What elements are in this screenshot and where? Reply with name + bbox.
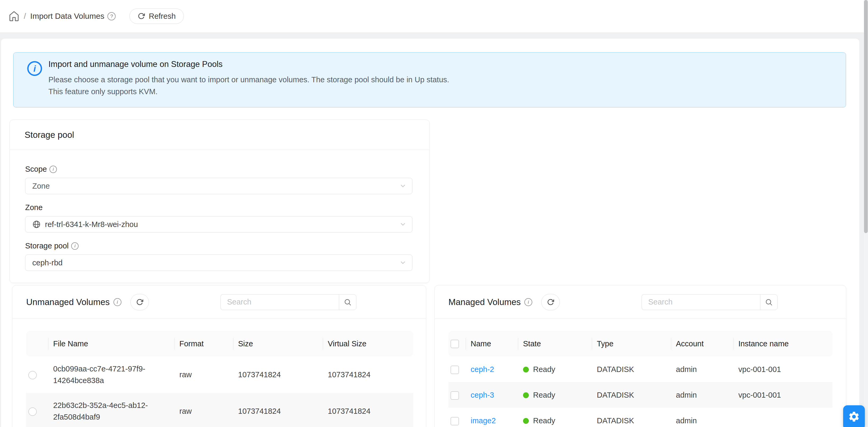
virtual-size-cell: 1073741824: [323, 393, 413, 427]
info-circle-icon[interactable]: i: [71, 242, 79, 250]
home-icon[interactable]: [8, 10, 20, 22]
alert-title: Import and unmanage volume on Storage Po…: [49, 60, 846, 69]
checkbox-select-row[interactable]: [451, 417, 459, 425]
question-circle-icon[interactable]: ?: [107, 12, 116, 20]
column-header-state: State: [518, 331, 592, 356]
file-name-cell: 0cb099aa-cc7e-4721-97f9-14264bce838a: [53, 363, 169, 386]
pool-select[interactable]: ceph-rbd: [25, 254, 412, 271]
unmanaged-volumes-header: Unmanaged Volumes i: [12, 285, 426, 319]
radio-select-volume[interactable]: [28, 407, 37, 416]
managed-search: [642, 294, 777, 310]
alert-description-line2: This feature only supports KVM.: [49, 86, 846, 98]
status-dot-icon: [523, 392, 529, 398]
pool-label: Storage pool i: [25, 242, 414, 250]
checkbox-select-all[interactable]: [451, 340, 459, 348]
scope-label: Scope i: [25, 165, 414, 174]
chevron-down-icon: [400, 183, 406, 189]
size-cell: 1073741824: [233, 393, 323, 427]
size-cell: 1073741824: [233, 356, 323, 393]
search-icon: [344, 298, 351, 306]
storage-pool-card-title: Storage pool: [25, 130, 74, 140]
managed-volumes-title: Managed Volumes: [448, 297, 521, 307]
type-cell: DATADISK: [592, 382, 671, 408]
info-circle-icon[interactable]: i: [50, 165, 57, 173]
status-dot-icon: [523, 418, 529, 424]
managed-search-button[interactable]: [760, 294, 777, 310]
unmanaged-table-header-row: File Name Format Size Virtual Size: [26, 331, 413, 356]
file-name-cell: 22b63c2b-352a-4ec5-ab12-2fa508d4baf9: [53, 399, 169, 423]
unmanaged-search: [220, 294, 356, 310]
zone-select[interactable]: ref-trl-6341-k-Mr8-wei-zhou: [25, 216, 412, 233]
storage-pool-card: Storage pool Scope i Zone Zone: [9, 120, 430, 283]
volume-name-link[interactable]: ceph-2: [471, 365, 494, 373]
breadcrumb-separator: /: [24, 12, 26, 21]
unmanaged-search-button[interactable]: [339, 294, 356, 310]
chevron-down-icon: [400, 221, 406, 228]
volume-name-link[interactable]: image2: [471, 417, 496, 425]
info-circle-icon[interactable]: i: [524, 298, 532, 306]
instance-name-cell: vpc-001-001: [734, 382, 833, 408]
refresh-button[interactable]: Refresh: [129, 8, 184, 24]
scope-select-value: Zone: [32, 182, 50, 190]
scrollbar-thumb[interactable]: [864, 0, 868, 233]
column-header-type: Type: [592, 331, 671, 356]
format-cell: raw: [175, 393, 233, 427]
table-row: 0cb099aa-cc7e-4721-97f9-14264bce838a raw…: [26, 356, 413, 393]
column-header-format: Format: [175, 331, 233, 356]
table-row: ceph-2 Ready DATADISK admin vpc-001-001: [448, 356, 833, 382]
zone-label: Zone: [25, 203, 414, 212]
instance-name-cell: [734, 408, 833, 427]
search-icon: [765, 298, 773, 306]
account-cell: admin: [671, 356, 734, 382]
globe-icon: [32, 220, 41, 228]
type-cell: DATADISK: [592, 408, 671, 427]
checkbox-column-header: [448, 331, 466, 356]
breadcrumb: Import Data Volumes: [30, 12, 104, 21]
reload-icon: [136, 298, 144, 306]
reload-icon: [547, 298, 554, 306]
table-row: 22b63c2b-352a-4ec5-ab12-2fa508d4baf9 raw…: [26, 393, 413, 427]
volume-name-link[interactable]: ceph-3: [471, 391, 494, 399]
state-cell: Ready: [533, 391, 555, 399]
settings-fab-button[interactable]: [843, 405, 865, 427]
pool-select-value: ceph-rbd: [32, 258, 62, 267]
status-dot-icon: [523, 367, 529, 372]
storage-pool-card-header: Storage pool: [10, 120, 429, 150]
alert-description-line1: Please choose a storage pool that you wa…: [49, 74, 846, 86]
gear-icon: [848, 410, 860, 423]
managed-search-input[interactable]: [642, 294, 760, 310]
unmanaged-volumes-table: File Name Format Size Virtual Size 0cb09…: [26, 331, 413, 427]
refresh-button-label: Refresh: [149, 12, 176, 21]
state-cell: Ready: [533, 417, 555, 425]
account-cell: admin: [671, 382, 734, 408]
unmanaged-reload-button[interactable]: [130, 294, 149, 310]
checkbox-select-row[interactable]: [451, 366, 459, 374]
radio-select-volume[interactable]: [28, 371, 37, 379]
table-row: ceph-3 Ready DATADISK admin vpc-001-001: [448, 382, 833, 408]
top-bar: / Import Data Volumes ? Refresh: [0, 0, 864, 32]
checkbox-select-row[interactable]: [451, 391, 459, 400]
unmanaged-volumes-title: Unmanaged Volumes: [26, 297, 110, 307]
table-row: image2 Ready DATADISK admin: [448, 408, 833, 427]
type-cell: DATADISK: [592, 356, 671, 382]
reload-icon: [137, 12, 145, 20]
format-cell: raw: [175, 356, 233, 393]
info-circle-icon[interactable]: i: [114, 298, 121, 306]
column-header-file-name: File Name: [49, 331, 175, 356]
column-header-size: Size: [233, 331, 323, 356]
unmanaged-search-input[interactable]: [220, 294, 339, 310]
managed-volumes-table: Name State Type Account Instance name ce…: [448, 331, 833, 427]
zone-select-value: ref-trl-6341-k-Mr8-wei-zhou: [45, 220, 138, 229]
column-header-account: Account: [671, 331, 734, 356]
scope-select[interactable]: Zone: [25, 178, 412, 194]
storage-pool-form: Scope i Zone Zone ref-trl-6341: [10, 150, 429, 271]
account-cell: admin: [671, 408, 734, 427]
info-alert: i Import and unmanage volume on Storage …: [13, 52, 846, 108]
column-header-virtual-size: Virtual Size: [323, 331, 413, 356]
managed-volumes-card: Managed Volumes i: [434, 285, 846, 427]
page-scrollbar: [864, 0, 868, 427]
managed-reload-button[interactable]: [541, 294, 560, 310]
chevron-down-icon: [400, 259, 406, 266]
virtual-size-cell: 1073741824: [323, 356, 413, 393]
unmanaged-volumes-card: Unmanaged Volumes i: [12, 285, 426, 427]
